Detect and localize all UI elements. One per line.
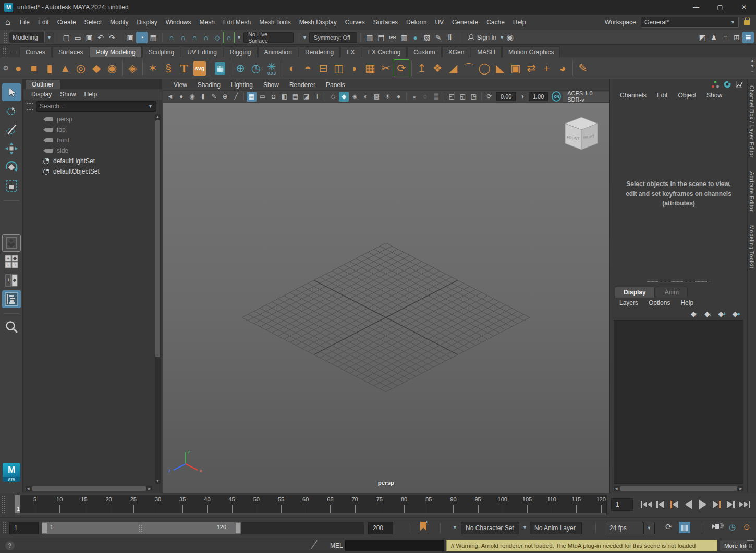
go-to-end-button[interactable] bbox=[738, 497, 752, 512]
menu-mesh[interactable]: Mesh bbox=[195, 17, 218, 28]
modeling-toolkit-toggle-icon[interactable]: ◩ bbox=[697, 32, 708, 43]
current-time-field[interactable]: 1 bbox=[611, 498, 633, 511]
loop-playback-icon[interactable]: ⟳ bbox=[665, 522, 672, 532]
menu-cache[interactable]: Cache bbox=[482, 17, 509, 28]
playhead[interactable] bbox=[15, 495, 20, 515]
light-editor-icon[interactable]: ▧ bbox=[421, 32, 433, 43]
outliner-horizontal-scrollbar[interactable]: ◀ ▶ bbox=[26, 486, 152, 491]
outliner-item-top[interactable]: top bbox=[23, 125, 154, 135]
anim-layer-selector[interactable]: No Anim Layer bbox=[530, 522, 582, 534]
multi-cut-icon[interactable]: ✂ bbox=[378, 59, 394, 77]
checker-shade-icon[interactable]: ▩ bbox=[372, 92, 382, 102]
render-setup-icon[interactable] bbox=[723, 80, 731, 89]
undo-icon[interactable]: ↶ bbox=[95, 32, 106, 43]
view-cube[interactable]: FRONT RIGHT bbox=[556, 112, 603, 159]
shelf-tab-rendering[interactable]: Rendering bbox=[299, 46, 340, 57]
menu-mesh-tools[interactable]: Mesh Tools bbox=[255, 17, 295, 28]
chevron-down-icon[interactable]: ▼ bbox=[302, 35, 307, 40]
scrollbar-thumb[interactable] bbox=[620, 486, 737, 491]
sweep-mesh-icon[interactable]: ✶ bbox=[145, 59, 161, 77]
scroll-up-icon[interactable]: ▲ bbox=[155, 114, 161, 119]
viewport-canvas[interactable]: FRONT RIGHT y z x persp bbox=[163, 103, 609, 493]
bevel-icon[interactable]: ◢ bbox=[445, 59, 461, 77]
step-back-frame-button[interactable] bbox=[653, 497, 667, 512]
lock-icon[interactable] bbox=[744, 19, 750, 26]
open-render-view-icon[interactable]: ▥ bbox=[364, 32, 375, 43]
shelf-grip[interactable] bbox=[2, 47, 7, 55]
gate-mask-icon[interactable]: ◧ bbox=[279, 92, 289, 102]
move-tool[interactable] bbox=[2, 140, 21, 157]
modeling-toolkit-shelf-icon[interactable]: ▦ bbox=[212, 59, 228, 77]
range-slider-track[interactable]: 1 120 bbox=[42, 522, 364, 534]
range-end-handle[interactable] bbox=[236, 523, 240, 533]
reset-time-icon[interactable]: ◷ bbox=[248, 59, 264, 77]
make-live-icon[interactable]: ∩ bbox=[223, 32, 235, 43]
select-by-component-icon[interactable]: ▦ bbox=[148, 32, 159, 43]
scrollbar-thumb[interactable] bbox=[155, 120, 160, 357]
select-by-hierarchy-icon[interactable]: ▣ bbox=[125, 32, 136, 43]
chevron-down-icon[interactable]: ▼ bbox=[522, 525, 527, 530]
outliner-item-persp[interactable]: persp bbox=[23, 114, 154, 125]
poly-sphere-icon[interactable]: ● bbox=[10, 59, 26, 77]
side-tab-modeling-toolkit[interactable]: Modeling Toolkit bbox=[749, 225, 755, 268]
exposure-field[interactable]: 0.00 bbox=[496, 92, 516, 101]
chevron-down-icon[interactable]: ▼ bbox=[453, 525, 457, 530]
grease-pencil-icon[interactable]: ✎ bbox=[209, 92, 219, 102]
poly-torus-icon[interactable]: ◎ bbox=[73, 59, 89, 77]
live-surface-field[interactable]: No Live Surface bbox=[243, 32, 294, 43]
svg-tool-icon[interactable]: svg bbox=[192, 59, 208, 77]
poly-disc-icon[interactable]: ◉ bbox=[104, 59, 120, 77]
layer-editor-toggle-icon[interactable]: ≣ bbox=[742, 32, 754, 43]
snap-to-projected-center-icon[interactable]: ∩ bbox=[200, 32, 212, 43]
exposure-icon-icon[interactable]: ⟳ bbox=[484, 92, 494, 102]
wireframe-mode-icon[interactable]: ◇ bbox=[328, 92, 338, 102]
quad-draw-icon[interactable]: ❖ bbox=[430, 59, 445, 77]
play-forwards-button[interactable] bbox=[696, 497, 710, 512]
gear-icon[interactable]: ⚙ bbox=[1, 64, 10, 72]
outliner-menu-show[interactable]: Show bbox=[56, 90, 79, 99]
scroll-right-icon[interactable]: ▶ bbox=[147, 486, 152, 491]
go-to-start-button[interactable] bbox=[639, 497, 653, 512]
menu-select[interactable]: Select bbox=[80, 17, 106, 28]
layer-list-area[interactable] bbox=[614, 320, 743, 484]
boolean-icon[interactable]: ◐ bbox=[284, 59, 300, 77]
step-forward-key-button[interactable] bbox=[710, 497, 724, 512]
menu-modify[interactable]: Modify bbox=[106, 17, 132, 28]
step-forward-frame-button[interactable] bbox=[724, 497, 738, 512]
resolution-gate-icon[interactable]: ◘ bbox=[269, 92, 278, 102]
menu-edit[interactable]: Edit bbox=[34, 17, 53, 28]
separate-icon[interactable]: ⊟ bbox=[315, 59, 331, 77]
snap-to-curve-icon[interactable]: ∩ bbox=[177, 32, 189, 43]
fps-dropdown-arrow[interactable]: ▼ bbox=[643, 522, 655, 534]
layer-horizontal-scrollbar[interactable]: ◀ ▶ bbox=[614, 486, 743, 491]
close-button[interactable]: ✕ bbox=[732, 0, 756, 15]
side-tab-channel-box-layer-editor[interactable]: Channel Box / Layer Editor bbox=[749, 85, 755, 158]
fps-selector[interactable]: 24 fps bbox=[605, 522, 643, 534]
outliner-search-input[interactable]: Search... ▼ bbox=[36, 101, 156, 112]
new-layer-from-selected-icon[interactable]: ◆● bbox=[733, 310, 740, 318]
four-view-layout-button[interactable]: +++ bbox=[2, 253, 21, 271]
layer-tab-display[interactable]: Display bbox=[615, 287, 655, 298]
grid-toggle-icon[interactable]: ▦ bbox=[247, 92, 257, 102]
statusline-grip[interactable] bbox=[3, 32, 8, 43]
redo-icon[interactable]: ↷ bbox=[106, 32, 118, 43]
symmetry-field[interactable]: Symmetry: Off bbox=[309, 32, 357, 43]
select-camera-icon[interactable]: ◄ bbox=[165, 92, 175, 102]
channel-menu-object[interactable]: Object bbox=[674, 91, 700, 100]
lock-camera-icon[interactable]: ● bbox=[176, 92, 186, 102]
poly-cube-icon[interactable]: ■ bbox=[26, 59, 42, 77]
new-scene-icon[interactable]: ▢ bbox=[60, 32, 72, 43]
field-chart-icon[interactable]: ▤ bbox=[290, 92, 300, 102]
move-layer-down-icon[interactable]: ◆↓ bbox=[704, 310, 712, 318]
project-curve-icon[interactable]: ◣ bbox=[492, 59, 508, 77]
maximize-button[interactable]: ▢ bbox=[708, 0, 732, 15]
shelf-tab-fx-caching[interactable]: FX Caching bbox=[362, 46, 407, 57]
sculpt-mesh-icon[interactable]: ◕ bbox=[555, 59, 570, 77]
multisample-toggle-icon[interactable]: ▒ bbox=[431, 92, 441, 102]
duplicate-face-icon[interactable]: ▣ bbox=[508, 59, 523, 77]
playback-range[interactable]: 1 120 bbox=[42, 522, 241, 534]
circularize-icon[interactable]: ◯ bbox=[477, 59, 492, 77]
bridge-icon[interactable]: ⌒ bbox=[461, 59, 477, 77]
shelf-tab-surfaces[interactable]: Surfaces bbox=[52, 46, 89, 57]
curve-warp-icon[interactable]: § bbox=[161, 59, 176, 77]
